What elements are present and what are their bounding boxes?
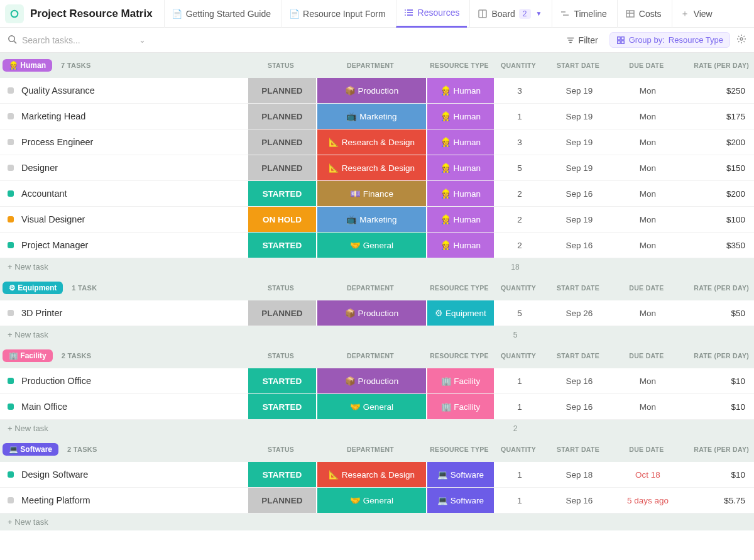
col-quantity[interactable]: QUANTITY	[493, 284, 544, 292]
resource-type-tag[interactable]: 💻 Software	[427, 488, 494, 513]
col-rate[interactable]: RATE (PER DAY)	[680, 62, 753, 69]
start-date-cell[interactable]: Sep 16	[545, 368, 614, 393]
resource-type-tag[interactable]: 👷 Human	[427, 78, 494, 103]
department-tag[interactable]: 📦 Production	[317, 368, 426, 393]
resource-type-tag[interactable]: 👷 Human	[427, 181, 494, 206]
col-department[interactable]: DEPARTMENT	[315, 352, 425, 360]
due-date-cell[interactable]: Mon	[614, 368, 682, 393]
start-date-cell[interactable]: Sep 26	[545, 300, 614, 326]
department-tag[interactable]: 💷 Finance	[317, 181, 426, 206]
col-rate[interactable]: RATE (PER DAY)	[680, 446, 753, 453]
start-date-cell[interactable]: Sep 19	[545, 155, 614, 180]
col-rate[interactable]: RATE (PER DAY)	[680, 352, 753, 360]
start-date-cell[interactable]: Sep 16	[545, 394, 614, 419]
resource-type-tag[interactable]: 👷 Human	[427, 233, 494, 258]
col-due-date[interactable]: DUE DATE	[613, 284, 680, 292]
new-task-button[interactable]: + New task	[0, 513, 754, 530]
col-start-date[interactable]: START DATE	[544, 62, 613, 69]
task-row[interactable]: Accountant STARTED 💷 Finance 👷 Human 2 S…	[0, 181, 754, 207]
chevron-down-icon[interactable]: ⌄	[139, 35, 146, 45]
col-status[interactable]: STATUS	[246, 62, 315, 69]
col-due-date[interactable]: DUE DATE	[613, 446, 680, 453]
col-status[interactable]: STATUS	[246, 446, 315, 453]
group-pill[interactable]: 👷 Human	[3, 59, 52, 72]
resource-type-tag[interactable]: 🏢 Facility	[427, 368, 494, 393]
col-department[interactable]: DEPARTMENT	[315, 446, 425, 453]
department-tag[interactable]: 🤝 General	[317, 394, 426, 419]
status-tag[interactable]: PLANNED	[248, 104, 316, 129]
col-department[interactable]: DEPARTMENT	[315, 62, 425, 69]
due-date-cell[interactable]: Mon	[614, 78, 682, 103]
task-row[interactable]: Process Engineer PLANNED 📐 Research & De…	[0, 129, 754, 155]
col-rate[interactable]: RATE (PER DAY)	[680, 284, 753, 292]
col-due-date[interactable]: DUE DATE	[613, 62, 680, 69]
tab-resource-input-form[interactable]: 📄 Resource Input Form	[281, 0, 393, 28]
col-quantity[interactable]: QUANTITY	[493, 352, 544, 360]
col-resource-type[interactable]: RESOURCE TYPE	[425, 284, 493, 292]
quantity-cell[interactable]: 2	[494, 207, 545, 232]
tab-costs[interactable]: Costs	[617, 0, 669, 28]
due-date-cell[interactable]: Oct 18	[614, 462, 682, 487]
status-tag[interactable]: STARTED	[248, 462, 316, 487]
status-tag[interactable]: PLANNED	[248, 129, 316, 155]
tab-getting-started[interactable]: 📄 Getting Started Guide	[164, 0, 278, 28]
col-resource-type[interactable]: RESOURCE TYPE	[425, 62, 493, 69]
due-date-cell[interactable]: Mon	[614, 207, 682, 232]
quantity-cell[interactable]: 1	[494, 394, 545, 419]
task-row[interactable]: Meeting Platform PLANNED 🤝 General 💻 Sof…	[0, 488, 754, 513]
groupby-button[interactable]: Group by: Resource Type	[609, 32, 730, 48]
task-row[interactable]: Designer PLANNED 📐 Research & Design 👷 H…	[0, 155, 754, 181]
due-date-cell[interactable]: Mon	[614, 155, 682, 180]
resource-type-tag[interactable]: 🏢 Facility	[427, 394, 494, 419]
department-tag[interactable]: 📦 Production	[317, 78, 426, 103]
quantity-cell[interactable]: 3	[494, 78, 545, 103]
department-tag[interactable]: 📺 Marketing	[317, 104, 426, 129]
due-date-cell[interactable]: Mon	[614, 300, 682, 326]
rate-cell[interactable]: $150	[682, 155, 754, 180]
due-date-cell[interactable]: 5 days ago	[614, 488, 682, 513]
quantity-cell[interactable]: 5	[494, 155, 545, 180]
start-date-cell[interactable]: Sep 16	[545, 181, 614, 206]
status-tag[interactable]: PLANNED	[248, 155, 316, 180]
col-status[interactable]: STATUS	[246, 352, 315, 360]
tab-add-view[interactable]: ＋ View	[672, 0, 720, 28]
status-tag[interactable]: STARTED	[248, 368, 316, 393]
col-start-date[interactable]: START DATE	[544, 352, 613, 360]
search-input[interactable]	[22, 35, 134, 45]
due-date-cell[interactable]: Mon	[614, 181, 682, 206]
rate-cell[interactable]: $200	[682, 129, 754, 155]
rate-cell[interactable]: $350	[682, 233, 754, 258]
start-date-cell[interactable]: Sep 16	[545, 233, 614, 258]
col-start-date[interactable]: START DATE	[544, 446, 613, 453]
status-tag[interactable]: PLANNED	[248, 78, 316, 103]
due-date-cell[interactable]: Mon	[614, 129, 682, 155]
department-tag[interactable]: 📺 Marketing	[317, 207, 426, 232]
col-quantity[interactable]: QUANTITY	[493, 446, 544, 453]
group-pill[interactable]: ⚙ Equipment	[3, 282, 63, 294]
start-date-cell[interactable]: Sep 19	[545, 78, 614, 103]
start-date-cell[interactable]: Sep 19	[545, 104, 614, 129]
rate-cell[interactable]: $175	[682, 104, 754, 129]
department-tag[interactable]: 📐 Research & Design	[317, 462, 426, 487]
task-row[interactable]: Visual Designer ON HOLD 📺 Marketing 👷 Hu…	[0, 207, 754, 233]
resource-type-tag[interactable]: 👷 Human	[427, 207, 494, 232]
rate-cell[interactable]: $200	[682, 181, 754, 206]
resource-type-tag[interactable]: 💻 Software	[427, 462, 494, 487]
task-row[interactable]: Project Manager STARTED 🤝 General 👷 Huma…	[0, 233, 754, 258]
quantity-cell[interactable]: 3	[494, 129, 545, 155]
department-tag[interactable]: 📐 Research & Design	[317, 155, 426, 180]
tab-board[interactable]: Board 2 ▼	[469, 0, 549, 28]
status-tag[interactable]: PLANNED	[248, 300, 316, 326]
department-tag[interactable]: 🤝 General	[317, 233, 426, 258]
due-date-cell[interactable]: Mon	[614, 394, 682, 419]
col-resource-type[interactable]: RESOURCE TYPE	[425, 352, 493, 360]
new-task-button[interactable]: + New task 2	[0, 420, 754, 437]
resource-type-tag[interactable]: 👷 Human	[427, 155, 494, 180]
filter-button[interactable]: Filter	[560, 33, 604, 48]
quantity-cell[interactable]: 2	[494, 181, 545, 206]
start-date-cell[interactable]: Sep 19	[545, 129, 614, 155]
rate-cell[interactable]: $250	[682, 78, 754, 103]
settings-icon[interactable]	[736, 34, 746, 46]
new-task-button[interactable]: + New task 18	[0, 258, 754, 275]
col-start-date[interactable]: START DATE	[544, 284, 613, 292]
